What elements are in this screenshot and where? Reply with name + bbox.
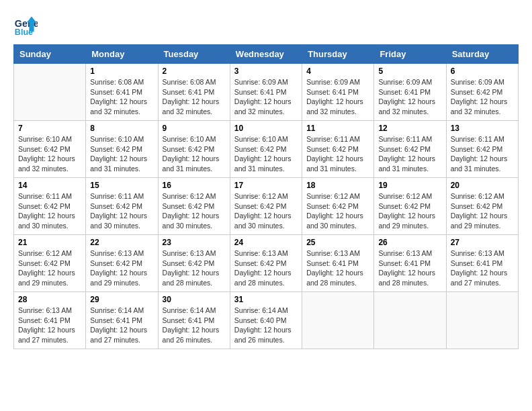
logo-icon: General Blue — [13, 13, 38, 38]
week-row: 28Sunrise: 6:13 AM Sunset: 6:41 PM Dayli… — [14, 292, 519, 349]
day-number: 17 — [234, 181, 298, 190]
calendar-cell: 10Sunrise: 6:10 AM Sunset: 6:42 PM Dayli… — [230, 121, 302, 178]
day-number: 29 — [90, 295, 153, 304]
day-number: 27 — [451, 238, 514, 247]
calendar-cell: 24Sunrise: 6:13 AM Sunset: 6:42 PM Dayli… — [230, 235, 302, 292]
calendar-cell: 3Sunrise: 6:09 AM Sunset: 6:41 PM Daylig… — [230, 64, 302, 121]
day-info: Sunrise: 6:10 AM Sunset: 6:42 PM Dayligh… — [163, 134, 226, 174]
day-info: Sunrise: 6:13 AM Sunset: 6:41 PM Dayligh… — [18, 306, 81, 345]
calendar-cell: 2Sunrise: 6:08 AM Sunset: 6:41 PM Daylig… — [158, 64, 230, 121]
week-row: 14Sunrise: 6:11 AM Sunset: 6:42 PM Dayli… — [14, 178, 519, 235]
day-info: Sunrise: 6:14 AM Sunset: 6:41 PM Dayligh… — [163, 306, 226, 345]
day-number: 6 — [451, 66, 514, 76]
day-info: Sunrise: 6:12 AM Sunset: 6:42 PM Dayligh… — [306, 191, 369, 231]
day-number: 12 — [378, 124, 441, 133]
calendar-cell — [302, 292, 374, 349]
calendar-cell: 25Sunrise: 6:13 AM Sunset: 6:41 PM Dayli… — [302, 235, 374, 292]
day-number: 16 — [163, 181, 226, 190]
calendar-cell: 16Sunrise: 6:12 AM Sunset: 6:42 PM Dayli… — [158, 178, 230, 235]
day-header-row: SundayMondayTuesdayWednesdayThursdayFrid… — [14, 45, 519, 64]
calendar-cell: 8Sunrise: 6:10 AM Sunset: 6:42 PM Daylig… — [86, 121, 158, 178]
day-info: Sunrise: 6:13 AM Sunset: 6:42 PM Dayligh… — [90, 248, 153, 288]
week-row: 21Sunrise: 6:12 AM Sunset: 6:42 PM Dayli… — [14, 235, 519, 292]
day-info: Sunrise: 6:12 AM Sunset: 6:42 PM Dayligh… — [234, 191, 298, 231]
day-info: Sunrise: 6:12 AM Sunset: 6:42 PM Dayligh… — [163, 191, 226, 231]
calendar-cell: 30Sunrise: 6:14 AM Sunset: 6:41 PM Dayli… — [158, 292, 230, 349]
day-info: Sunrise: 6:09 AM Sunset: 6:41 PM Dayligh… — [306, 77, 369, 117]
calendar-table: SundayMondayTuesdayWednesdayThursdayFrid… — [13, 44, 519, 349]
day-number: 2 — [163, 66, 226, 76]
day-of-week-header: Tuesday — [158, 45, 230, 64]
week-row: 1Sunrise: 6:08 AM Sunset: 6:41 PM Daylig… — [14, 64, 519, 121]
day-number: 19 — [378, 181, 441, 190]
day-number: 15 — [90, 181, 153, 190]
day-of-week-header: Wednesday — [230, 45, 302, 64]
day-info: Sunrise: 6:13 AM Sunset: 6:41 PM Dayligh… — [451, 248, 514, 288]
calendar-cell: 31Sunrise: 6:14 AM Sunset: 6:40 PM Dayli… — [230, 292, 302, 349]
day-number: 8 — [90, 124, 153, 133]
page-header: General Blue — [13, 13, 519, 38]
day-number: 22 — [90, 238, 153, 247]
day-number: 20 — [451, 181, 514, 190]
day-info: Sunrise: 6:10 AM Sunset: 6:42 PM Dayligh… — [90, 134, 153, 174]
calendar-cell: 15Sunrise: 6:11 AM Sunset: 6:42 PM Dayli… — [86, 178, 158, 235]
calendar-cell: 12Sunrise: 6:11 AM Sunset: 6:42 PM Dayli… — [374, 121, 446, 178]
day-info: Sunrise: 6:11 AM Sunset: 6:42 PM Dayligh… — [378, 134, 441, 174]
calendar-cell: 26Sunrise: 6:13 AM Sunset: 6:41 PM Dayli… — [374, 235, 446, 292]
day-number: 1 — [90, 66, 153, 76]
svg-text:General: General — [15, 18, 38, 29]
day-of-week-header: Friday — [374, 45, 446, 64]
day-number: 3 — [234, 66, 298, 76]
calendar-cell: 21Sunrise: 6:12 AM Sunset: 6:42 PM Dayli… — [14, 235, 86, 292]
day-number: 11 — [306, 124, 369, 133]
logo: General Blue — [13, 13, 38, 38]
calendar-cell: 18Sunrise: 6:12 AM Sunset: 6:42 PM Dayli… — [302, 178, 374, 235]
day-info: Sunrise: 6:09 AM Sunset: 6:41 PM Dayligh… — [378, 77, 441, 117]
calendar-cell: 7Sunrise: 6:10 AM Sunset: 6:42 PM Daylig… — [14, 121, 86, 178]
week-row: 7Sunrise: 6:10 AM Sunset: 6:42 PM Daylig… — [14, 121, 519, 178]
calendar-cell: 27Sunrise: 6:13 AM Sunset: 6:41 PM Dayli… — [446, 235, 518, 292]
day-number: 10 — [234, 124, 298, 133]
calendar-cell: 23Sunrise: 6:13 AM Sunset: 6:42 PM Dayli… — [158, 235, 230, 292]
day-number: 24 — [234, 238, 298, 247]
day-info: Sunrise: 6:12 AM Sunset: 6:42 PM Dayligh… — [451, 191, 514, 231]
day-info: Sunrise: 6:14 AM Sunset: 6:41 PM Dayligh… — [90, 306, 153, 345]
day-number: 28 — [18, 295, 81, 304]
calendar-cell: 28Sunrise: 6:13 AM Sunset: 6:41 PM Dayli… — [14, 292, 86, 349]
calendar-cell: 11Sunrise: 6:11 AM Sunset: 6:42 PM Dayli… — [302, 121, 374, 178]
day-of-week-header: Monday — [86, 45, 158, 64]
day-info: Sunrise: 6:11 AM Sunset: 6:42 PM Dayligh… — [90, 191, 153, 231]
day-of-week-header: Saturday — [446, 45, 518, 64]
day-info: Sunrise: 6:11 AM Sunset: 6:42 PM Dayligh… — [306, 134, 369, 174]
day-info: Sunrise: 6:13 AM Sunset: 6:42 PM Dayligh… — [234, 248, 298, 288]
calendar-cell — [374, 292, 446, 349]
day-number: 5 — [378, 66, 441, 76]
day-info: Sunrise: 6:08 AM Sunset: 6:41 PM Dayligh… — [163, 77, 226, 117]
calendar-cell — [14, 64, 86, 121]
day-info: Sunrise: 6:11 AM Sunset: 6:42 PM Dayligh… — [451, 134, 514, 174]
calendar-cell: 13Sunrise: 6:11 AM Sunset: 6:42 PM Dayli… — [446, 121, 518, 178]
day-number: 14 — [18, 181, 81, 190]
day-info: Sunrise: 6:09 AM Sunset: 6:41 PM Dayligh… — [234, 77, 298, 117]
calendar-cell: 4Sunrise: 6:09 AM Sunset: 6:41 PM Daylig… — [302, 64, 374, 121]
day-info: Sunrise: 6:13 AM Sunset: 6:41 PM Dayligh… — [378, 248, 441, 288]
day-number: 13 — [451, 124, 514, 133]
calendar-cell: 29Sunrise: 6:14 AM Sunset: 6:41 PM Dayli… — [86, 292, 158, 349]
calendar-cell: 17Sunrise: 6:12 AM Sunset: 6:42 PM Dayli… — [230, 178, 302, 235]
calendar-cell: 20Sunrise: 6:12 AM Sunset: 6:42 PM Dayli… — [446, 178, 518, 235]
day-info: Sunrise: 6:12 AM Sunset: 6:42 PM Dayligh… — [378, 191, 441, 231]
day-info: Sunrise: 6:08 AM Sunset: 6:41 PM Dayligh… — [90, 77, 153, 117]
day-of-week-header: Thursday — [302, 45, 374, 64]
calendar-cell: 9Sunrise: 6:10 AM Sunset: 6:42 PM Daylig… — [158, 121, 230, 178]
calendar-cell: 6Sunrise: 6:09 AM Sunset: 6:42 PM Daylig… — [446, 64, 518, 121]
day-number: 7 — [18, 124, 81, 133]
day-info: Sunrise: 6:12 AM Sunset: 6:42 PM Dayligh… — [18, 248, 81, 288]
day-number: 30 — [163, 295, 226, 304]
day-info: Sunrise: 6:11 AM Sunset: 6:42 PM Dayligh… — [18, 191, 81, 231]
day-number: 31 — [234, 295, 298, 304]
day-info: Sunrise: 6:13 AM Sunset: 6:41 PM Dayligh… — [306, 248, 369, 288]
day-info: Sunrise: 6:13 AM Sunset: 6:42 PM Dayligh… — [163, 248, 226, 288]
day-info: Sunrise: 6:14 AM Sunset: 6:40 PM Dayligh… — [234, 306, 298, 345]
day-info: Sunrise: 6:10 AM Sunset: 6:42 PM Dayligh… — [234, 134, 298, 174]
calendar-cell: 22Sunrise: 6:13 AM Sunset: 6:42 PM Dayli… — [86, 235, 158, 292]
